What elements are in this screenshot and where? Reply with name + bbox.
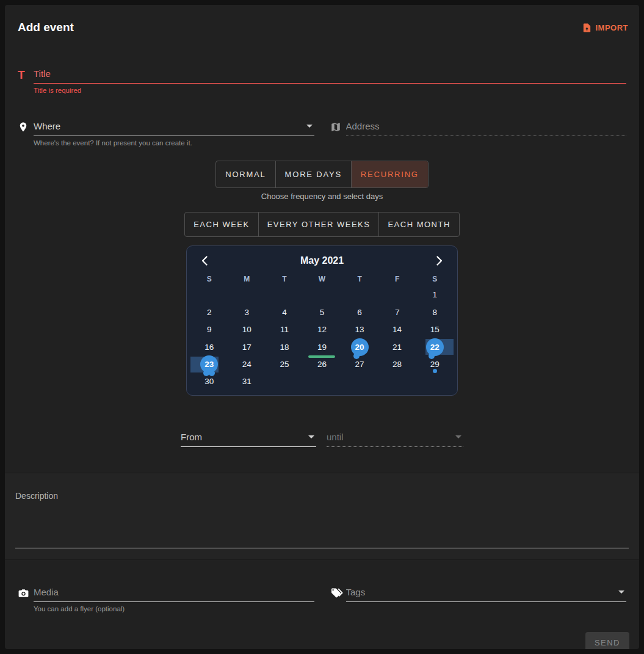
calendar-day[interactable]: 14 [378, 321, 416, 338]
tab-normal[interactable]: NORMAL [216, 161, 275, 187]
add-event-dialog: Add event IMPORT T Title is required [5, 5, 639, 649]
calendar-day-empty [303, 286, 341, 303]
calendar-day[interactable]: 9 [190, 321, 228, 338]
calendar-day[interactable]: 12 [303, 321, 341, 338]
calendar-grid: S M T W T F S 1 2 3 4 5 6 7 8 9 10 11 12 [190, 272, 454, 390]
calendar-day-selected[interactable]: 20 [341, 338, 378, 355]
calendar-day-header: M [228, 272, 266, 286]
page-title: Add event [18, 21, 74, 34]
chevron-down-icon[interactable] [306, 125, 313, 128]
calendar-day-empty [416, 373, 454, 390]
calendar-day-empty [228, 286, 266, 303]
frequency-hint-text: Choose frequency and select days [5, 192, 639, 201]
calendar-day-header: F [378, 272, 416, 286]
calendar: May 2021 S M T W T F S 1 2 3 4 [186, 245, 458, 396]
calendar-day[interactable]: 16 [190, 338, 228, 355]
chevron-down-icon [455, 435, 461, 438]
title-input[interactable] [34, 68, 626, 83]
calendar-day-selected[interactable]: 23 [190, 356, 228, 373]
chevron-left-icon [201, 258, 208, 267]
calendar-day-header: T [266, 272, 303, 286]
event-dot [433, 369, 437, 373]
title-error-text: Title is required [34, 87, 626, 94]
calendar-day[interactable]: 30 [190, 373, 228, 390]
calendar-day[interactable]: 31 [228, 373, 266, 390]
map-icon [330, 121, 346, 133]
tags-icon [330, 587, 346, 598]
calendar-day-empty [341, 286, 378, 303]
calendar-day[interactable]: 21 [378, 338, 416, 355]
frequency-options: EACH WEEK EVERY OTHER WEEKS EACH MONTH [184, 212, 460, 237]
tags-select[interactable] [346, 587, 627, 601]
calendar-day-header: S [416, 272, 454, 286]
calendar-day[interactable]: 8 [416, 303, 454, 321]
calendar-day[interactable]: 4 [266, 303, 303, 321]
freq-each-week-button[interactable]: EACH WEEK [185, 213, 258, 236]
calendar-prev-month-button[interactable] [198, 253, 211, 270]
chevron-down-icon[interactable] [618, 590, 624, 594]
calendar-day[interactable]: 11 [266, 321, 303, 338]
location-pin-icon [18, 121, 34, 133]
calendar-day[interactable]: 7 [378, 303, 416, 321]
calendar-day[interactable]: 18 [266, 338, 303, 355]
calendar-day-with-dot[interactable]: 29 [416, 356, 454, 373]
calendar-day[interactable]: 28 [378, 356, 416, 373]
tab-recurring[interactable]: RECURRING [351, 161, 428, 187]
calendar-day[interactable]: 25 [266, 356, 303, 373]
event-mode-tabs: NORMAL MORE DAYS RECURRING [215, 161, 429, 188]
calendar-day[interactable]: 17 [228, 338, 266, 355]
calendar-day[interactable]: 3 [228, 303, 266, 321]
chevron-down-icon[interactable] [308, 435, 314, 438]
calendar-day-header: W [303, 272, 341, 286]
title-icon: T [18, 69, 25, 81]
description-textarea[interactable] [15, 473, 629, 548]
camera-icon [18, 587, 34, 599]
calendar-day-empty [266, 373, 303, 390]
calendar-day-with-bar[interactable]: 19 [303, 338, 341, 355]
calendar-day-empty [266, 286, 303, 303]
calendar-day-header: S [190, 272, 228, 286]
calendar-day-empty [303, 373, 341, 390]
from-time-select[interactable] [181, 432, 316, 446]
calendar-month-label: May 2021 [300, 255, 344, 266]
calendar-day[interactable]: 2 [190, 303, 228, 321]
calendar-day-header: T [341, 272, 378, 286]
file-import-icon [582, 23, 592, 33]
until-time-select[interactable] [327, 432, 463, 446]
media-input[interactable] [34, 587, 314, 601]
calendar-day-empty [341, 373, 378, 390]
green-bar-indicator [308, 355, 335, 358]
description-section [5, 473, 639, 560]
freq-every-other-weeks-button[interactable]: EVERY OTHER WEEKS [258, 213, 379, 236]
calendar-day[interactable]: 13 [341, 321, 378, 338]
tab-more-days[interactable]: MORE DAYS [275, 161, 351, 187]
calendar-day-empty [378, 373, 416, 390]
calendar-day[interactable]: 10 [228, 321, 266, 338]
calendar-next-month-button[interactable] [433, 253, 446, 270]
dialog-header: Add event IMPORT [5, 5, 639, 34]
media-helper-text: You can add a flyer (optional) [34, 605, 314, 612]
calendar-day[interactable]: 5 [303, 303, 341, 321]
send-button[interactable]: SEND [585, 632, 629, 649]
calendar-day[interactable]: 6 [341, 303, 378, 321]
calendar-day[interactable]: 24 [228, 356, 266, 373]
import-button[interactable]: IMPORT [582, 23, 628, 33]
calendar-day-empty [378, 286, 416, 303]
calendar-day[interactable]: 1 [416, 286, 454, 303]
calendar-day[interactable]: 27 [341, 356, 378, 373]
calendar-day[interactable]: 26 [303, 356, 341, 373]
where-helper-text: Where's the event? If not present you ca… [34, 139, 314, 147]
chevron-right-icon [436, 258, 443, 267]
freq-each-month-button[interactable]: EACH MONTH [378, 213, 458, 236]
calendar-day-selected[interactable]: 22 [416, 338, 454, 355]
where-select[interactable] [34, 121, 314, 136]
import-button-label: IMPORT [595, 23, 628, 32]
calendar-day-empty [190, 286, 228, 303]
calendar-day[interactable]: 15 [416, 321, 454, 338]
address-input[interactable] [346, 121, 627, 136]
